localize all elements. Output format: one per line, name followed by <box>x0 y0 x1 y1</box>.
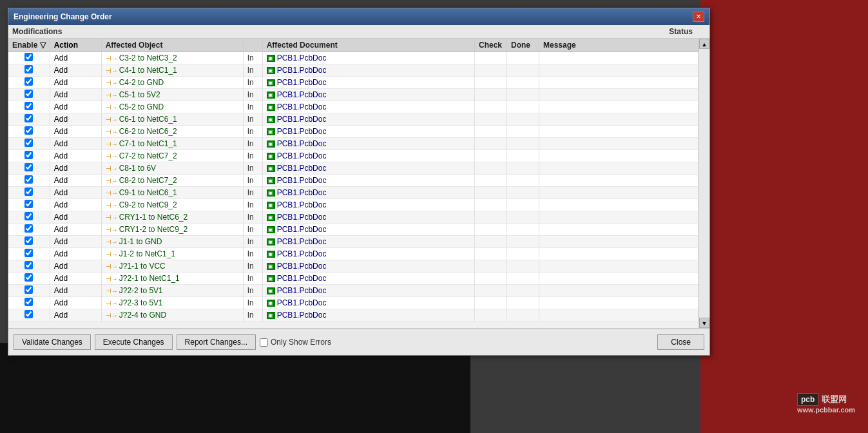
row-in: In <box>243 175 262 187</box>
row-enable-checkbox[interactable] <box>24 249 33 257</box>
row-enable-checkbox[interactable] <box>24 212 33 220</box>
table-row: Add⊣→C8-2 to NetC7_2In▣PCB1.PcbDoc <box>8 175 699 187</box>
row-check <box>475 236 507 248</box>
row-check <box>475 297 507 309</box>
row-object: ⊣→C9-1 to NetC6_1 <box>101 187 243 199</box>
row-enable-checkbox[interactable] <box>24 90 33 98</box>
row-check <box>475 126 507 138</box>
pcb-url: www.pcbbar.com <box>797 406 855 414</box>
title-bar: Engineering Change Order ✕ <box>8 8 709 25</box>
execute-changes-button[interactable]: Execute Changes <box>95 334 173 350</box>
row-action: Add <box>50 138 101 150</box>
row-action: Add <box>50 211 101 224</box>
table-row: Add⊣→C6-1 to NetC6_1In▣PCB1.PcbDoc <box>8 113 699 126</box>
row-enable-checkbox[interactable] <box>24 298 33 306</box>
row-message <box>539 175 699 187</box>
row-done <box>507 224 539 236</box>
close-window-button[interactable]: ✕ <box>693 12 704 22</box>
row-message <box>539 187 699 199</box>
row-check <box>475 211 507 224</box>
row-object: ⊣→C8-2 to NetC7_2 <box>101 175 243 187</box>
row-enable-checkbox[interactable] <box>24 102 33 110</box>
row-message <box>539 162 699 175</box>
row-object: ⊣→C7-2 to NetC7_2 <box>101 150 243 162</box>
row-check <box>475 199 507 211</box>
row-in: In <box>243 126 262 138</box>
row-in: In <box>243 248 262 260</box>
pcb-bottom-black <box>0 343 470 433</box>
report-changes-button[interactable]: Report Changes... <box>177 334 256 350</box>
row-enable-checkbox[interactable] <box>24 224 33 233</box>
table-row: Add⊣→C9-2 to NetC9_2In▣PCB1.PcbDoc <box>8 199 699 211</box>
row-in: In <box>243 89 262 101</box>
row-check <box>475 309 507 322</box>
row-document: ▣PCB1.PcbDoc <box>262 248 474 260</box>
row-done <box>507 162 539 175</box>
row-enable-checkbox[interactable] <box>24 126 33 135</box>
row-document: ▣PCB1.PcbDoc <box>262 199 474 211</box>
row-enable-checkbox[interactable] <box>24 151 33 159</box>
row-document: ▣PCB1.PcbDoc <box>262 260 474 273</box>
row-action: Add <box>50 113 101 126</box>
row-message <box>539 309 699 322</box>
row-enable-checkbox[interactable] <box>24 53 33 61</box>
row-done <box>507 126 539 138</box>
row-object: ⊣→C4-1 to NetC1_1 <box>101 64 243 77</box>
row-document: ▣PCB1.PcbDoc <box>262 187 474 199</box>
row-enable-checkbox[interactable] <box>24 285 33 294</box>
row-check <box>475 248 507 260</box>
row-in: In <box>243 138 262 150</box>
row-message <box>539 126 699 138</box>
row-enable-checkbox[interactable] <box>24 236 33 245</box>
row-enable-checkbox[interactable] <box>24 273 33 282</box>
row-done <box>507 309 539 322</box>
table-row: Add⊣→J?2-1 to NetC1_1In▣PCB1.PcbDoc <box>8 273 699 285</box>
row-enable-checkbox[interactable] <box>24 114 33 122</box>
col-message: Message <box>539 39 699 52</box>
row-document: ▣PCB1.PcbDoc <box>262 175 474 187</box>
row-action: Add <box>50 260 101 273</box>
modifications-section-label: Modifications <box>12 27 62 36</box>
row-enable-checkbox[interactable] <box>24 175 33 184</box>
row-done <box>507 297 539 309</box>
row-enable-checkbox[interactable] <box>24 65 33 73</box>
row-object: ⊣→J?2-1 to NetC1_1 <box>101 273 243 285</box>
row-message <box>539 248 699 260</box>
row-message <box>539 52 699 64</box>
row-enable-checkbox[interactable] <box>24 310 33 318</box>
row-done <box>507 77 539 89</box>
row-document: ▣PCB1.PcbDoc <box>262 162 474 175</box>
row-enable-checkbox[interactable] <box>24 261 33 269</box>
row-done <box>507 89 539 101</box>
close-dialog-button[interactable]: Close <box>657 334 704 350</box>
row-message <box>539 236 699 248</box>
row-check <box>475 113 507 126</box>
col-done: Done <box>507 39 539 52</box>
col-enable: Enable ▽ <box>8 39 50 52</box>
row-done <box>507 187 539 199</box>
row-action: Add <box>50 64 101 77</box>
row-check <box>475 187 507 199</box>
table-row: Add⊣→J?2-2 to 5V1In▣PCB1.PcbDoc <box>8 285 699 297</box>
row-enable-checkbox[interactable] <box>24 77 33 86</box>
row-document: ▣PCB1.PcbDoc <box>262 52 474 64</box>
table-scroll[interactable]: Enable ▽ Action Affected Object Affected… <box>8 39 699 328</box>
col-affected-object: Affected Object <box>101 39 243 52</box>
row-check <box>475 224 507 236</box>
row-check <box>475 150 507 162</box>
row-enable-checkbox[interactable] <box>24 188 33 196</box>
row-enable-checkbox[interactable] <box>24 139 33 147</box>
row-in: In <box>243 236 262 248</box>
row-object: ⊣→C8-1 to 6V <box>101 162 243 175</box>
row-done <box>507 285 539 297</box>
watermark: pcb 联盟网 www.pcbbar.com <box>797 393 855 414</box>
row-enable-checkbox[interactable] <box>24 200 33 208</box>
validate-changes-button[interactable]: Validate Changes <box>14 334 91 350</box>
row-done <box>507 113 539 126</box>
row-document: ▣PCB1.PcbDoc <box>262 89 474 101</box>
title-bar-buttons: ✕ <box>693 12 704 22</box>
scrollbar[interactable]: ▲ ▼ <box>699 39 709 328</box>
row-action: Add <box>50 285 101 297</box>
row-enable-checkbox[interactable] <box>24 163 33 171</box>
only-show-errors-checkbox[interactable] <box>260 338 268 347</box>
